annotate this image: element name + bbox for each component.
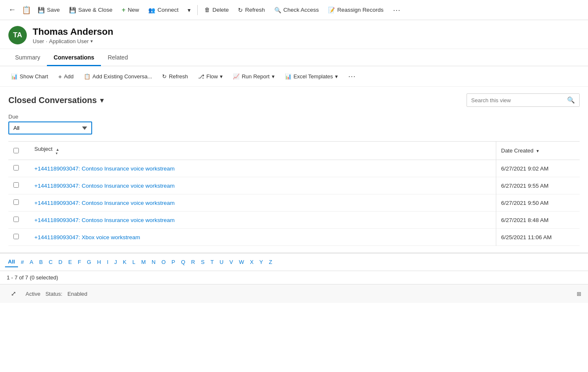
conversation-link-0[interactable]: +1441189093047: Contoso Insurance voice … [34,165,175,172]
reassign-icon: 📝 [328,7,335,13]
refresh-button[interactable]: ↻ Refresh [234,4,269,16]
connect-button[interactable]: 👥 Connect [144,4,183,16]
alpha-nav-f[interactable]: F [75,257,84,267]
search-button[interactable]: 🔍 [563,94,579,106]
run-report-chevron-icon: ▾ [272,73,275,80]
save-button[interactable]: 💾 Save [34,4,64,16]
record-subtitle[interactable]: User · Application User ▾ [33,38,113,44]
row-check-cell [8,177,29,194]
alpha-nav-s[interactable]: S [198,257,208,267]
conversation-link-2[interactable]: +1441189093047: Contoso Insurance voice … [34,200,175,206]
alpha-nav-n[interactable]: N [149,257,158,267]
date-header-label: Date Created [501,147,534,154]
record-header: TA Thomas Anderson User · Application Us… [0,20,588,49]
alpha-nav-i[interactable]: I [104,257,111,267]
tab-summary[interactable]: Summary [8,49,47,66]
dropdown-arrow-button[interactable]: ▾ [183,4,195,16]
alpha-nav-u[interactable]: U [217,257,226,267]
alpha-nav-x[interactable]: X [247,257,257,267]
connect-icon: 👥 [148,7,155,13]
row-checkbox-3[interactable] [13,217,19,222]
alpha-nav-#[interactable]: # [18,257,27,267]
tab-conversations[interactable]: Conversations [47,49,101,66]
new-button[interactable]: + New [118,4,143,16]
alpha-nav-b[interactable]: B [36,257,46,267]
sub-refresh-button[interactable]: ↻ Refresh [158,71,192,82]
select-all-checkbox[interactable] [13,148,19,153]
row-checkbox-2[interactable] [13,199,19,205]
alpha-nav-all[interactable]: All [5,257,18,267]
table-row: +1441189093047: Contoso Insurance voice … [8,212,580,229]
reassign-button[interactable]: 📝 Reassign Records [324,4,387,16]
delete-button[interactable]: 🗑 Delete [200,4,233,16]
view-title-chevron-icon[interactable]: ▾ [100,96,103,104]
save-close-button[interactable]: 💾 Save & Close [65,4,117,16]
alpha-nav-h[interactable]: H [94,257,104,267]
row-date-cell: 6/27/2021 9:02 AM [496,160,580,177]
sub-refresh-icon: ↻ [162,73,167,80]
save-close-icon: 💾 [69,7,76,13]
alpha-nav-a[interactable]: A [27,257,36,267]
date-sort-icon: ▾ [536,148,539,153]
alpha-nav-z[interactable]: Z [266,257,275,267]
check-access-icon: 🔍 [274,7,281,13]
subject-sort-icons[interactable]: ▲ ▾ [56,148,59,155]
more-options-button[interactable]: ⋯ [389,3,405,17]
alpha-nav-w[interactable]: W [236,257,247,267]
add-button[interactable]: + Add [54,71,78,82]
view-title-text: Closed Conversations [8,96,97,105]
excel-templates-button[interactable]: 📊 Excel Templates ▾ [281,71,342,82]
expand-button[interactable]: ⤢ [7,288,21,300]
alpha-nav-c[interactable]: C [46,257,55,267]
alpha-nav-j[interactable]: J [111,257,120,267]
row-check-cell [8,229,29,246]
alpha-nav-r[interactable]: R [188,257,198,267]
add-existing-icon: 📋 [84,73,90,80]
refresh-icon: ↻ [238,7,243,13]
row-subject-cell: +1441189093047: Contoso Insurance voice … [29,160,496,177]
sub-more-button[interactable]: ⋯ [344,70,360,83]
alpha-nav-m[interactable]: M [138,257,149,267]
row-subject-cell: +1441189093047: Contoso Insurance voice … [29,212,496,229]
record-info: Thomas Anderson User · Application User … [33,26,113,44]
alphabet-nav: All#ABCDEFGHIJKLMNOPQRSTUVWXYZ [0,253,588,271]
show-chart-button[interactable]: 📊 Show Chart [7,71,52,82]
alpha-nav-v[interactable]: V [227,257,236,267]
check-access-button[interactable]: 🔍 Check Access [270,4,323,16]
alpha-nav-y[interactable]: Y [256,257,266,267]
alpha-nav-l[interactable]: L [129,257,138,267]
due-filter-select[interactable]: All Today This Week This Month [8,121,92,134]
alpha-nav-t[interactable]: T [207,257,217,267]
status-key: Status: [45,291,62,297]
tab-related[interactable]: Related [101,49,134,66]
row-checkbox-0[interactable] [13,165,19,170]
alpha-nav-o[interactable]: O [158,257,168,267]
row-checkbox-1[interactable] [13,182,19,188]
row-check-cell [8,212,29,229]
view-header: Closed Conversations ▾ 🔍 [8,93,580,107]
conversation-link-1[interactable]: +1441189093047: Contoso Insurance voice … [34,183,175,189]
row-check-cell [8,160,29,177]
alpha-nav-k[interactable]: K [120,257,129,267]
back-button[interactable]: ← [5,3,19,17]
run-report-button[interactable]: 📈 Run Report ▾ [229,71,279,82]
new-icon: + [122,6,126,14]
flow-button[interactable]: ⎇ Flow ▾ [194,71,227,82]
document-icon: 📋 [22,5,31,15]
conversation-link-3[interactable]: +1441189093047: Contoso Insurance voice … [34,217,175,223]
alpha-nav-d[interactable]: D [56,257,65,267]
subject-column-header[interactable]: Subject ▲ ▾ [29,142,496,160]
subtitle-chevron-icon: ▾ [90,39,93,44]
doc-icon-button[interactable]: 📋 [20,4,33,16]
add-existing-button[interactable]: 📋 Add Existing Conversa... [80,71,156,82]
status-active-label: Active [26,291,40,297]
alpha-nav-e[interactable]: E [65,257,75,267]
row-checkbox-4[interactable] [13,234,19,239]
alpha-nav-p[interactable]: P [169,257,178,267]
date-column-header[interactable]: Date Created ▾ [496,142,580,160]
conversation-link-4[interactable]: +1441189093047: Xbox voice workstream [34,234,140,240]
alpha-nav-q[interactable]: Q [178,257,188,267]
alpha-nav-g[interactable]: G [84,257,94,267]
row-check-cell [8,194,29,212]
search-input[interactable] [467,95,563,106]
